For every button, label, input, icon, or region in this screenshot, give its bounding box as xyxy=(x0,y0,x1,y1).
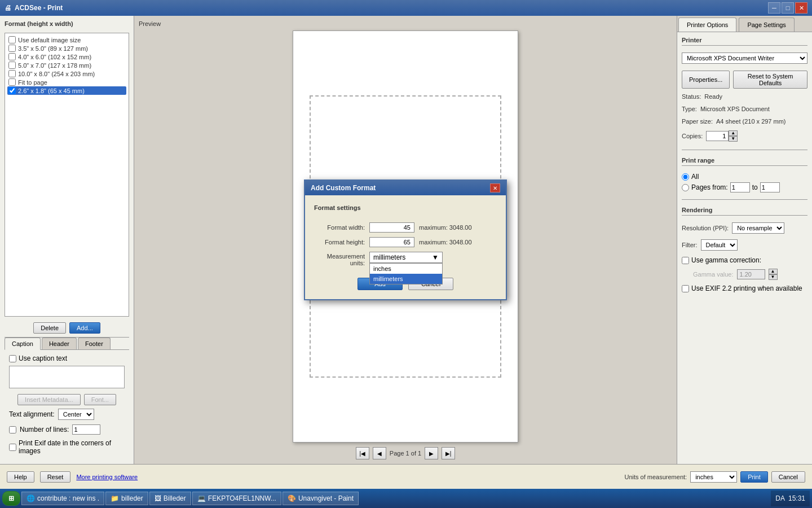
taskbar-label-1: billeder xyxy=(121,494,143,502)
printer-btn-row: Properties... Reset to System Defaults xyxy=(682,71,807,89)
print-button[interactable]: Print xyxy=(740,471,768,483)
number-of-lines-checkbox[interactable] xyxy=(9,426,16,433)
text-align-label: Text alignment: xyxy=(9,410,55,418)
app-icon: 🖨 xyxy=(5,4,11,12)
gamma-input xyxy=(737,269,765,279)
modal-width-input[interactable] xyxy=(369,222,414,233)
format-item-3[interactable]: 5.0" x 7.0" (127 x 178 mm) xyxy=(7,61,126,69)
format-item-custom[interactable]: 2.6" x 1.8" (65 x 45 mm) xyxy=(7,86,126,95)
modal-units-dropdown: inches millimeters xyxy=(369,263,443,284)
use-gamma-checkbox[interactable] xyxy=(682,257,689,264)
printer-select[interactable]: Microsoft XPS Document Writer xyxy=(682,52,807,64)
copies-input[interactable] xyxy=(706,131,729,141)
format-checkbox-4[interactable] xyxy=(8,70,16,77)
modal-width-row: Format width: maximum: 3048.00 xyxy=(314,222,497,233)
format-item-2[interactable]: 4.0" x 6.0" (102 x 152 mm) xyxy=(7,52,126,61)
format-item-1[interactable]: 3.5" x 5.0" (89 x 127 mm) xyxy=(7,44,126,52)
tab-footer[interactable]: Footer xyxy=(78,338,111,349)
modal-units-select[interactable]: millimeters ▼ xyxy=(369,252,443,263)
title-bar-controls: ─ □ ✕ xyxy=(768,2,807,14)
units-select[interactable]: inches millimeters xyxy=(690,471,737,483)
insert-metadata-button[interactable]: Insert Metadata... xyxy=(17,394,81,405)
format-checkbox-1[interactable] xyxy=(8,45,16,52)
copies-row: Copies: ▲ ▼ xyxy=(682,130,807,142)
start-icon: ⊞ xyxy=(8,494,14,502)
modal-close-button[interactable]: ✕ xyxy=(490,183,500,192)
filter-row: Filter: Default xyxy=(682,239,807,251)
gamma-value-label: Gamma value: xyxy=(693,271,734,278)
modal-height-input[interactable] xyxy=(369,237,414,247)
print-exif-checkbox[interactable] xyxy=(9,444,16,451)
text-align-select[interactable]: Center Left Right xyxy=(58,409,94,420)
pages-from-radio[interactable] xyxy=(682,184,689,191)
format-checkbox-custom[interactable] xyxy=(8,87,16,94)
pages-from-input[interactable] xyxy=(730,182,750,192)
format-section-title: Format (height x width) xyxy=(5,20,129,27)
format-label-custom: 2.6" x 1.8" (65 x 45 mm) xyxy=(18,87,85,94)
more-software-link[interactable]: More printing software xyxy=(76,474,138,480)
tab-content-caption: Use caption text Insert Metadata... Font… xyxy=(5,350,129,459)
modal-width-max: maximum: 3048.00 xyxy=(419,224,472,231)
add-custom-format-dialog: Add Custom Format ✕ Format settings Form… xyxy=(304,179,507,300)
delete-button[interactable]: Delete xyxy=(33,322,66,334)
clock: 15:31 xyxy=(788,494,805,502)
taskbar-item-2[interactable]: 🖼 Billeder xyxy=(149,492,191,505)
caption-text-area[interactable] xyxy=(9,366,125,388)
format-checkbox-fit[interactable] xyxy=(8,78,16,86)
tab-header[interactable]: Header xyxy=(42,338,77,349)
modal-option-millimeters[interactable]: millimeters xyxy=(370,274,442,284)
use-gamma-row[interactable]: Use gamma correction: xyxy=(682,256,807,264)
use-caption-checkbox[interactable] xyxy=(9,355,16,362)
start-button[interactable]: ⊞ xyxy=(2,491,20,506)
number-of-lines-label: Number of lines: xyxy=(20,426,69,433)
taskbar-label-0: contribute : new ins . xyxy=(37,494,99,502)
taskbar-item-0[interactable]: 🌐 contribute : new ins . xyxy=(21,492,104,505)
minimize-button[interactable]: ─ xyxy=(768,2,780,14)
use-exif-row[interactable]: Use EXIF 2.2 printing when available xyxy=(682,284,807,292)
tab-caption[interactable]: Caption xyxy=(5,338,41,350)
format-checkbox-0[interactable] xyxy=(8,36,16,43)
copies-down-button[interactable]: ▼ xyxy=(729,136,738,142)
use-caption-text-row[interactable]: Use caption text xyxy=(9,354,125,362)
modal-option-inches[interactable]: inches xyxy=(370,264,442,274)
resolution-select[interactable]: No resample xyxy=(732,222,784,234)
copies-spinner: ▲ ▼ xyxy=(706,130,738,142)
bottom-bar: Help Reset More printing software Units … xyxy=(0,464,812,489)
help-button[interactable]: Help xyxy=(7,471,34,483)
format-checkbox-3[interactable] xyxy=(8,62,16,69)
close-button[interactable]: ✕ xyxy=(795,2,807,14)
filter-select[interactable]: Default xyxy=(701,239,738,251)
print-exif-row[interactable]: Print Exif date in the corners of images xyxy=(9,439,125,455)
modal-content: Format settings Format width: maximum: 3… xyxy=(305,195,506,299)
preview-area: Preview xyxy=(134,16,677,464)
number-of-lines-input[interactable] xyxy=(72,424,100,435)
tab-printer-options[interactable]: Printer Options xyxy=(678,17,736,32)
format-checkbox-2[interactable] xyxy=(8,53,16,60)
reset-system-button[interactable]: Reset to System Defaults xyxy=(733,71,807,89)
use-exif-checkbox[interactable] xyxy=(682,285,689,292)
taskbar-item-1[interactable]: 📁 billeder xyxy=(105,492,148,505)
taskbar-item-4[interactable]: 🎨 Unavngivet - Paint xyxy=(283,492,359,505)
reset-button[interactable]: Reset xyxy=(40,471,71,483)
pages-to-input[interactable] xyxy=(760,182,780,192)
format-item-4[interactable]: 10.0" x 8.0" (254 x 203 mm) xyxy=(7,69,126,78)
format-buttons: Delete Add... xyxy=(5,322,129,334)
tab-page-settings[interactable]: Page Settings xyxy=(739,17,795,32)
all-radio[interactable] xyxy=(682,173,689,181)
copies-up-button[interactable]: ▲ xyxy=(729,130,738,136)
paper-size-row: Paper size: A4 sheet (210 x 297 mm) xyxy=(682,118,807,125)
properties-button[interactable]: Properties... xyxy=(682,71,730,89)
cancel-button[interactable]: Cancel xyxy=(771,471,805,483)
format-label-4: 10.0" x 8.0" (254 x 203 mm) xyxy=(18,71,95,77)
all-radio-item[interactable]: All xyxy=(682,173,807,181)
format-item-fit[interactable]: Fit to page xyxy=(7,78,126,86)
add-button[interactable]: Add... xyxy=(69,322,100,334)
taskbar-item-3[interactable]: 💻 FEKPTO4FEL1NNW... xyxy=(192,492,281,505)
content-area: Format (height x width) Use default imag… xyxy=(0,16,812,464)
status-value: Ready xyxy=(704,93,722,100)
font-button[interactable]: Font... xyxy=(84,394,116,405)
type-label: Type: xyxy=(682,106,697,112)
format-item-0[interactable]: Use default image size xyxy=(7,36,126,44)
maximize-button[interactable]: □ xyxy=(782,2,794,14)
paper-size-value: A4 sheet (210 x 297 mm) xyxy=(716,118,786,125)
